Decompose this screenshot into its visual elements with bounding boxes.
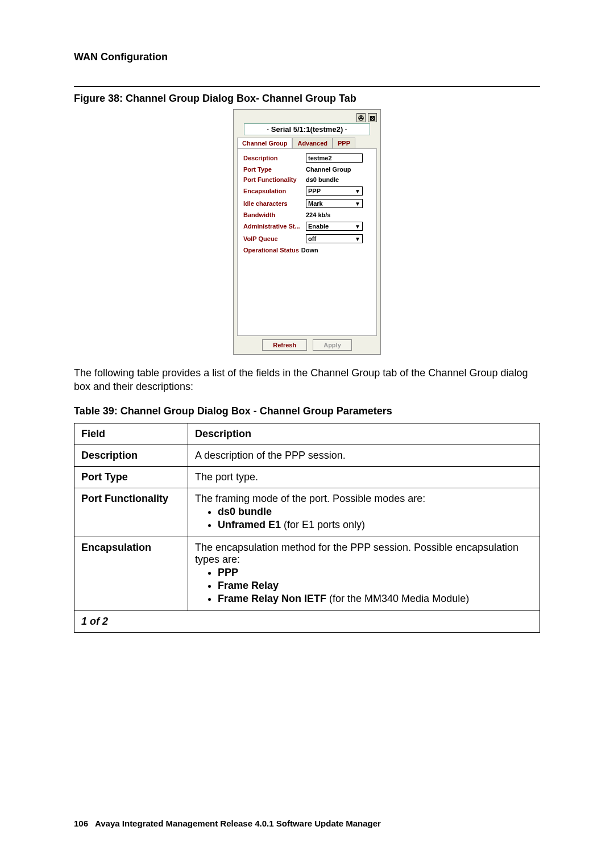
plain-text: (for E1 ports only): [281, 519, 365, 530]
field-description: Description testme2: [243, 153, 371, 163]
label-port-functionality: Port Functionality: [243, 176, 306, 183]
field-voip-queue: VoIP Queue off ▼: [243, 234, 371, 243]
list-item: Frame Relay Non IETF (for the MM340 Medi…: [218, 593, 533, 605]
label-operational-status: Operational Status: [243, 247, 299, 254]
table-pager-row: 1 of 2: [74, 610, 540, 632]
field-operational-status: Operational Status Down: [243, 247, 371, 254]
field-admin-status: Administrative St... Enable ▼: [243, 222, 371, 231]
cell-field: Port Functionality: [74, 488, 188, 537]
value-operational-status: Down: [301, 247, 371, 254]
horizontal-rule: [74, 86, 540, 87]
label-encapsulation: Encapsulation: [243, 188, 306, 194]
desc-text: The encapsulation method for the PPP ses…: [195, 542, 518, 565]
parameters-table: Field Description Description A descript…: [74, 423, 540, 633]
label-port-type: Port Type: [243, 166, 306, 173]
plain-text: (for the MM340 Media Module): [326, 593, 469, 604]
pager-cell: 1 of 2: [74, 610, 540, 632]
bold-text: Unframed E1: [218, 519, 281, 530]
label-description: Description: [243, 155, 306, 161]
table-row: Port Functionality The framing mode of t…: [74, 488, 540, 537]
cell-field: Description: [74, 445, 188, 466]
select-admin-status[interactable]: Enable ▼: [306, 222, 363, 231]
table-row: Port Type The port type.: [74, 466, 540, 488]
label-admin-status: Administrative St...: [243, 223, 306, 230]
list-item: Unframed E1 (for E1 ports only): [218, 519, 533, 531]
channel-group-dialog: ✇ ⊠ · Serial 5/1:1(testme2) · Channel Gr…: [233, 109, 381, 355]
tab-advanced[interactable]: Advanced: [292, 138, 333, 148]
col-field: Field: [74, 423, 188, 445]
apply-button[interactable]: Apply: [313, 339, 352, 351]
cell-description: The framing mode of the port. Possible m…: [188, 488, 540, 537]
page-footer: 106 Avaya Integrated Management Release …: [74, 819, 381, 828]
bold-text: PPP: [218, 567, 238, 578]
list-item: Frame Relay: [218, 580, 533, 592]
figure-caption: Figure 38: Channel Group Dialog Box- Cha…: [74, 93, 540, 105]
list-item: PPP: [218, 567, 533, 579]
tab-ppp[interactable]: PPP: [333, 138, 355, 148]
value-port-functionality: ds0 bundle: [306, 176, 371, 183]
page-number: 106: [74, 819, 88, 828]
value-bandwidth: 224 kb/s: [306, 211, 371, 218]
refresh-button[interactable]: Refresh: [262, 339, 307, 351]
list-item: ds0 bundle: [218, 506, 533, 518]
select-voip-queue[interactable]: off ▼: [306, 234, 363, 243]
select-idle-characters-value: Mark: [308, 200, 323, 207]
select-admin-status-value: Enable: [308, 223, 329, 230]
field-bandwidth: Bandwidth 224 kb/s: [243, 211, 371, 218]
select-voip-queue-value: off: [308, 235, 316, 242]
chevron-down-icon: ▼: [355, 236, 360, 242]
cell-description: A description of the PPP session.: [188, 445, 540, 466]
cell-field: Port Type: [74, 466, 188, 488]
dialog-tabs: Channel Group Advanced PPP: [237, 138, 377, 148]
label-voip-queue: VoIP Queue: [243, 235, 306, 242]
select-idle-characters[interactable]: Mark ▼: [306, 199, 363, 208]
table-header-row: Field Description: [74, 423, 540, 445]
table-row: Encapsulation The encapsulation method f…: [74, 537, 540, 610]
field-port-type: Port Type Channel Group: [243, 166, 371, 173]
desc-text: The framing mode of the port. Possible m…: [195, 493, 425, 504]
field-idle-characters: Idle characters Mark ▼: [243, 199, 371, 208]
dialog-titlebar: ✇ ⊠: [237, 113, 377, 122]
close-icon[interactable]: ⊠: [368, 113, 377, 122]
table-caption: Table 39: Channel Group Dialog Box - Cha…: [74, 405, 540, 417]
value-port-type: Channel Group: [306, 166, 371, 173]
dialog-buttons: Refresh Apply: [237, 339, 377, 351]
cell-description: The encapsulation method for the PPP ses…: [188, 537, 540, 610]
bold-text: Frame Relay: [218, 580, 279, 591]
select-encapsulation[interactable]: PPP ▼: [306, 186, 363, 196]
chevron-down-icon: ▼: [355, 223, 360, 230]
col-description: Description: [188, 423, 540, 445]
chevron-down-icon: ▼: [355, 201, 360, 207]
pin-icon[interactable]: ✇: [356, 113, 366, 122]
cell-description: The port type.: [188, 466, 540, 488]
field-port-functionality: Port Functionality ds0 bundle: [243, 176, 371, 183]
label-idle-characters: Idle characters: [243, 200, 306, 207]
select-encapsulation-value: PPP: [308, 188, 321, 194]
tab-channel-group[interactable]: Channel Group: [237, 138, 292, 148]
tab-body-channel-group: Description testme2 Port Type Channel Gr…: [237, 148, 377, 336]
bold-text: ds0 bundle: [218, 506, 272, 517]
table-row: Description A description of the PPP ses…: [74, 445, 540, 466]
doc-title: Avaya Integrated Management Release 4.0.…: [95, 819, 381, 828]
chevron-down-icon: ▼: [355, 188, 360, 194]
bullet-list: ds0 bundle Unframed E1 (for E1 ports onl…: [218, 506, 533, 531]
dialog-title: · Serial 5/1:1(testme2) ·: [244, 123, 370, 135]
input-description-value: testme2: [308, 155, 332, 161]
label-bandwidth: Bandwidth: [243, 211, 306, 218]
section-header: WAN Configuration: [74, 51, 540, 63]
field-encapsulation: Encapsulation PPP ▼: [243, 186, 371, 196]
input-description[interactable]: testme2: [306, 153, 363, 163]
intro-paragraph: The following table provides a list of t…: [74, 366, 540, 394]
bold-text: Frame Relay Non IETF: [218, 593, 326, 604]
bullet-list: PPP Frame Relay Frame Relay Non IETF (fo…: [218, 567, 533, 605]
cell-field: Encapsulation: [74, 537, 188, 610]
